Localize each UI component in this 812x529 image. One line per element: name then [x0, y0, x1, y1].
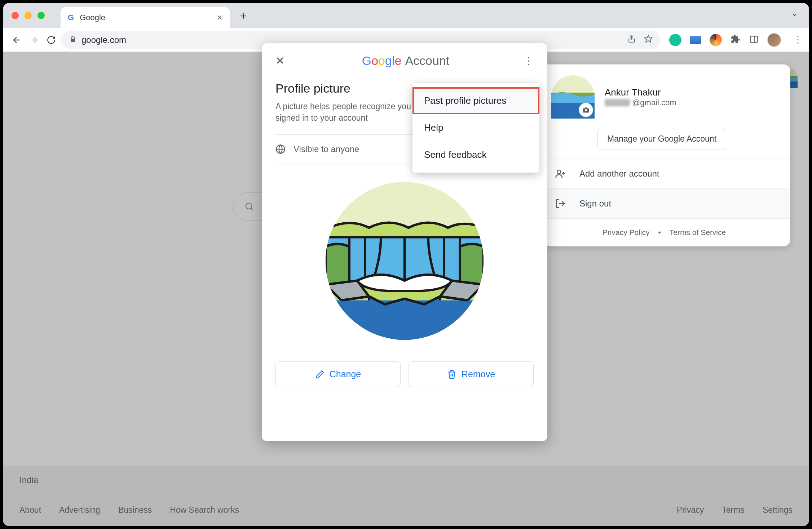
dropdown-past-pictures[interactable]: Past profile pictures	[412, 87, 539, 114]
signout-label: Sign out	[579, 199, 611, 209]
manage-account-button[interactable]: Manage your Google Account	[597, 128, 726, 150]
add-account-label: Add another account	[579, 169, 659, 179]
minimize-window-button[interactable]	[25, 12, 32, 19]
svg-marker-3	[645, 35, 652, 42]
flyout-privacy-link[interactable]: Privacy Policy	[603, 228, 650, 237]
google-logo: Google	[362, 54, 402, 68]
tab-title: Google	[80, 13, 105, 22]
email-domain: @gmail.com	[632, 98, 676, 107]
window-controls	[12, 12, 45, 19]
camera-icon[interactable]	[579, 103, 593, 117]
maximize-window-button[interactable]	[37, 12, 45, 19]
forward-button	[27, 33, 41, 47]
dropdown-feedback[interactable]: Send feedback	[412, 141, 539, 168]
browser-menu-icon[interactable]: ⋮	[793, 34, 803, 45]
share-icon[interactable]	[627, 35, 636, 45]
svg-point-14	[585, 109, 587, 111]
modal-more-icon[interactable]: ⋮	[519, 55, 534, 67]
extension-brave-icon[interactable]	[710, 34, 722, 46]
brand-suffix: Account	[405, 54, 449, 68]
extension-screenshot-icon[interactable]	[690, 36, 701, 44]
flyout-username: Ankur Thakur	[605, 87, 676, 98]
separator-dot: •	[658, 228, 661, 237]
modal-more-dropdown: Past profile pictures Help Send feedback	[412, 83, 539, 173]
change-label: Change	[330, 369, 361, 379]
globe-icon	[275, 144, 286, 154]
new-tab-button[interactable]: ＋	[238, 8, 249, 23]
trash-icon	[447, 370, 456, 379]
visibility-label: Visible to anyone	[294, 144, 359, 154]
svg-rect-23	[326, 301, 484, 340]
close-window-button[interactable]	[12, 12, 19, 19]
remove-photo-button[interactable]: Remove	[409, 361, 534, 387]
svg-point-15	[557, 170, 561, 174]
flyout-email: @gmail.com	[605, 98, 676, 107]
add-account-button[interactable]: Add another account	[538, 159, 790, 188]
account-flyout: Ankur Thakur @gmail.com Manage your Goog…	[538, 64, 790, 246]
reload-button[interactable]	[44, 33, 58, 47]
profile-picture-preview	[326, 182, 484, 340]
tab-list-chevron-icon[interactable]	[791, 11, 798, 20]
dropdown-help[interactable]: Help	[412, 114, 539, 141]
back-button[interactable]	[9, 33, 24, 47]
extensions-puzzle-icon[interactable]	[731, 34, 741, 46]
modal-close-icon[interactable]: ✕	[275, 54, 292, 67]
email-redacted	[605, 99, 630, 106]
flyout-avatar[interactable]	[551, 75, 595, 119]
pencil-icon	[315, 370, 325, 379]
lock-icon	[69, 35, 76, 45]
tab-favicon: G	[68, 13, 74, 22]
flyout-terms-link[interactable]: Terms of Service	[670, 228, 726, 237]
add-person-icon	[555, 168, 566, 179]
browser-tab[interactable]: G Google ✕	[61, 7, 230, 28]
extension-grammarly-icon[interactable]	[669, 34, 681, 46]
tab-strip: G Google ✕ ＋	[3, 3, 809, 28]
svg-rect-4	[750, 36, 758, 42]
flyout-footer: Privacy Policy • Terms of Service	[538, 218, 790, 246]
signout-button[interactable]: Sign out	[538, 188, 790, 218]
tab-close-icon[interactable]: ✕	[217, 13, 223, 22]
url-text: google.com	[81, 35, 126, 45]
change-photo-button[interactable]: Change	[275, 361, 401, 387]
sidepanel-icon[interactable]	[749, 35, 759, 45]
modal-brand-title: Google Account	[292, 54, 519, 68]
extension-icons: ⋮	[669, 33, 803, 47]
remove-label: Remove	[462, 369, 495, 379]
bookmark-star-icon[interactable]	[644, 35, 653, 45]
profile-avatar-button[interactable]	[767, 33, 781, 47]
signout-icon	[555, 198, 566, 209]
